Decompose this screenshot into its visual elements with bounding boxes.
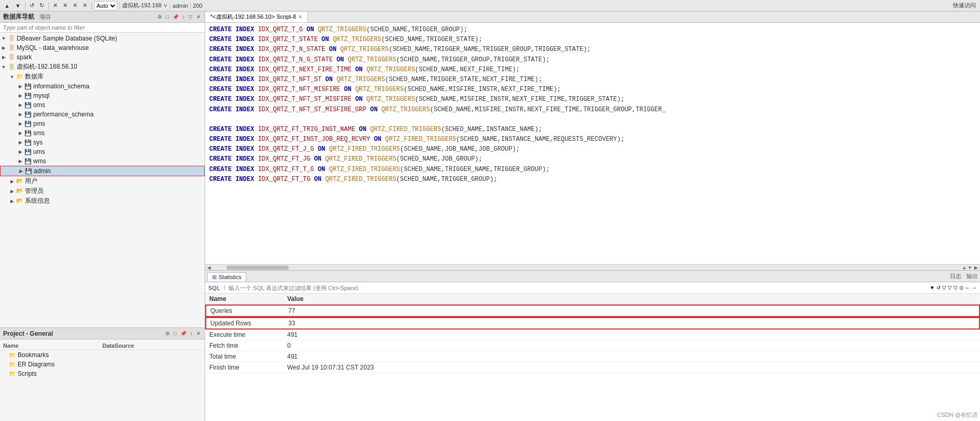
db-nav-tab-project[interactable]: 项目	[37, 12, 53, 21]
tree-item-系统信息[interactable]: ▶📂系统信息	[0, 196, 205, 206]
db-nav-icon-collapse[interactable]: ▽	[187, 14, 194, 20]
tree-expand-arrow[interactable]: ▶	[8, 189, 16, 194]
tree-expand-arrow[interactable]: ▼	[0, 36, 7, 41]
idx-name: IDX_QRTZ_FT_TRIG_INST_NAME	[258, 125, 355, 135]
tree-expand-arrow[interactable]: ▶	[17, 112, 24, 117]
editor-scrollbar[interactable]: ◀ ▲ ▼ ▶	[205, 264, 980, 270]
scroll-thumb[interactable]	[226, 266, 289, 270]
tree-expand-arrow[interactable]: ▶	[17, 159, 24, 164]
tree-schema-icon: 💾	[24, 91, 32, 100]
tree-item-oms[interactable]: ▶💾oms	[0, 100, 205, 110]
tree-expand-arrow[interactable]: ▶	[8, 179, 16, 184]
project-item-label: ER Diagrams	[18, 361, 111, 368]
editor-tab-close[interactable]: ✕	[298, 14, 302, 20]
toolbar-close1[interactable]: ✕	[51, 2, 60, 9]
tree-item-ums[interactable]: ▶💾ums	[0, 147, 205, 156]
toolbar-redo[interactable]: ↻	[37, 2, 46, 9]
toolbar-nav-btn2[interactable]: ▼	[13, 2, 23, 9]
sql-filter-bar: SQL | ▼ ↺ ▽ ▽ ▽ ⊙ ← →	[205, 282, 980, 294]
filter-btn3[interactable]: ▽	[954, 285, 958, 291]
toolbar-nav-btn[interactable]: ▲	[2, 2, 12, 9]
tree-expand-arrow[interactable]: ▶	[17, 149, 24, 154]
db-nav-icon-close[interactable]: ✕	[195, 14, 202, 20]
filter-btn2[interactable]: ▽	[948, 285, 952, 291]
sql-filter-input[interactable]	[229, 285, 928, 291]
tree-expand-arrow[interactable]: ▶	[0, 55, 7, 60]
project-header-row: Name DataSource	[0, 341, 205, 350]
db-nav-header-left: 数据库导航 项目	[3, 12, 53, 21]
idx-name: IDX_QRTZ_T_STATE	[258, 35, 318, 45]
tree-item-用户[interactable]: ▶📂用户	[0, 176, 205, 186]
col-list: (SCHED_NAME,MISFIRE_INSTR,NEXT_FIRE_TIME…	[415, 95, 624, 104]
idx-name: IDX_QRTZ_T_NFT_ST_MISFIRE_GRP	[258, 105, 367, 115]
tree-item-dbeaver-sample-database-(sqlite)[interactable]: ▼🗄DBeaver Sample Database (SQLite)	[0, 34, 205, 43]
project-item[interactable]: 📁 ER Diagrams	[0, 360, 205, 369]
tree-expand-arrow[interactable]: ▼	[0, 64, 7, 70]
tree-expand-arrow[interactable]: ▶	[17, 93, 24, 98]
filter-refresh-btn[interactable]: ↺	[936, 285, 941, 291]
filter-btn6[interactable]: →	[972, 285, 977, 291]
tree-expand-arrow[interactable]: ▶	[17, 102, 24, 108]
scroll-right-arrow[interactable]: ▶	[974, 265, 978, 270]
kw-on: ON	[325, 75, 332, 85]
kw-index: INDEX	[235, 25, 254, 35]
auto-select[interactable]: Auto	[94, 1, 117, 10]
db-nav-icon-arrow[interactable]: ↕	[181, 14, 186, 20]
db-nav-icon-pin[interactable]: 📌	[171, 14, 180, 20]
tree-expand-arrow[interactable]: ▶	[17, 168, 24, 174]
kw-on: ON	[355, 95, 363, 104]
tree-item-mysql[interactable]: ▶💾mysql	[0, 91, 205, 100]
tree-item-数据库[interactable]: ▼📁数据库	[0, 72, 205, 82]
scroll-up-arrow[interactable]: ▲	[962, 265, 966, 270]
filter-btn4[interactable]: ⊙	[959, 285, 963, 291]
filter-btn1[interactable]: ▽	[942, 285, 946, 291]
tree-item-information_schema[interactable]: ▶💾information_schema	[0, 82, 205, 91]
project-icon-pin[interactable]: 📌	[179, 330, 187, 337]
tree-expand-arrow[interactable]: ▶	[17, 140, 24, 145]
kw-index: INDEX	[235, 135, 254, 144]
tree-item-spark[interactable]: ▶🗄spark	[0, 52, 205, 62]
tree-item-sys[interactable]: ▶💾sys	[0, 138, 205, 147]
tree-item-pms[interactable]: ▶💾pms	[0, 119, 205, 128]
tree-item-performance_schema[interactable]: ▶💾performance_schema	[0, 110, 205, 119]
code-editor[interactable]: CREATE INDEX IDX_QRTZ_T_G ON QRTZ_TRIGGE…	[205, 23, 980, 264]
project-icon-arrow[interactable]: ↕	[189, 330, 194, 337]
scroll-left-arrow[interactable]: ◀	[207, 265, 211, 270]
tree-item-管理员[interactable]: ▶📂管理员	[0, 186, 205, 196]
tree-item-wms[interactable]: ▶💾wms	[0, 156, 205, 166]
stats-data-row: Total time 491	[205, 351, 980, 362]
project-icon-settings[interactable]: ⚙	[164, 330, 171, 337]
db-nav-icon-new[interactable]: □	[165, 14, 170, 20]
tree-expand-arrow[interactable]: ▶	[0, 45, 7, 50]
filter-btn5[interactable]: ←	[965, 285, 970, 291]
toolbar-undo[interactable]: ↺	[28, 2, 36, 9]
col-list: (SCHED_NAME,TRIGGER_GROUP,TRIGGER_STATE)…	[396, 55, 549, 65]
kw-create: CREATE	[209, 175, 232, 185]
toolbar-close3[interactable]: ✕	[71, 2, 79, 9]
editor-tab-script8[interactable]: *<虚拟机-192.168.56.10> Script-8 ✕	[205, 12, 308, 22]
tree-expand-arrow[interactable]: ▼	[8, 74, 16, 80]
tree-item-mysql---data_warehouse[interactable]: ▶🗄MySQL - data_warehouse	[0, 43, 205, 52]
toolbar-close4[interactable]: ✕	[80, 2, 89, 9]
tree-expand-arrow[interactable]: ▶	[17, 121, 24, 126]
statistics-tab[interactable]: ▦ Statistics	[207, 272, 246, 281]
tree-item-label: spark	[17, 54, 32, 61]
toolbar-close2[interactable]: ✕	[61, 2, 70, 9]
tree-item-虚拟机-192.168.56.10[interactable]: ▼🗄虚拟机-192.168.56.10	[0, 62, 205, 72]
db-nav-filter-input[interactable]	[0, 23, 205, 33]
project-icon-new[interactable]: □	[172, 330, 178, 337]
quick-access-btn[interactable]: 快速访问	[951, 1, 978, 10]
scroll-down-arrow[interactable]: ▼	[968, 265, 972, 270]
project-item[interactable]: 📁 Bookmarks	[0, 350, 205, 360]
tree-item-admin[interactable]: ▶💾admin	[0, 166, 205, 176]
kw-on: ON	[318, 165, 325, 175]
tree-expand-arrow[interactable]: ▶	[17, 84, 24, 89]
project-item[interactable]: 📁 Scripts	[0, 369, 205, 378]
col-list: (SCHED_NAME,INSTANCE_NAME);	[441, 125, 542, 135]
filter-dropdown-btn[interactable]: ▼	[930, 285, 935, 291]
tree-expand-arrow[interactable]: ▶	[17, 130, 24, 136]
project-icon-close[interactable]: ✕	[195, 330, 202, 337]
tree-item-sms[interactable]: ▶💾sms	[0, 128, 205, 138]
db-nav-icon-settings[interactable]: ⚙	[156, 14, 163, 20]
tree-expand-arrow[interactable]: ▶	[8, 199, 16, 204]
